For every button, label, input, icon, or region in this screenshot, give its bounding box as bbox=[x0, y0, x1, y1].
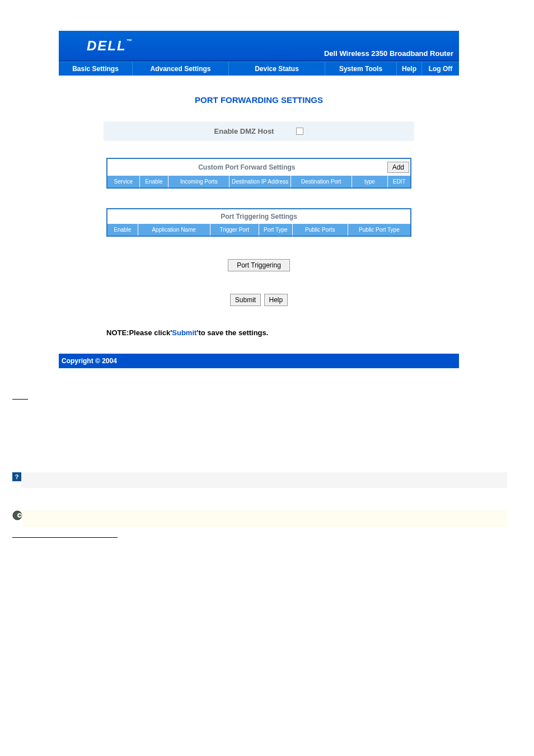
cpf-col-destination-ip: Destination IP Address bbox=[229, 176, 291, 187]
custom-port-forward-table: Custom Port Forward Settings Add Service… bbox=[106, 158, 411, 189]
nav-system-tools[interactable]: System Tools bbox=[325, 62, 397, 76]
cpf-col-destination-port: Destination Port bbox=[291, 176, 352, 187]
cpf-col-service: Service bbox=[107, 176, 140, 187]
pt-col-enable: Enable bbox=[107, 224, 138, 236]
dmz-section: Enable DMZ Host bbox=[104, 121, 414, 141]
cpf-col-incoming-ports: Incoming Ports bbox=[168, 176, 229, 187]
footer-copyright: Copyright © 2004 bbox=[59, 354, 459, 368]
port-triggering-button[interactable]: Port Triggering bbox=[228, 259, 290, 271]
nav-help[interactable]: Help bbox=[397, 62, 422, 76]
nav-log-off[interactable]: Log Off bbox=[422, 62, 459, 76]
notice-icon bbox=[12, 510, 22, 520]
cpf-col-type: type bbox=[352, 176, 388, 187]
pt-title: Port Triggering Settings bbox=[107, 209, 410, 224]
help-button[interactable]: Help bbox=[264, 294, 288, 306]
pt-col-port-type: Port Type bbox=[259, 224, 293, 236]
info-note-content bbox=[21, 472, 507, 488]
question-icon: ? bbox=[12, 472, 21, 481]
notice-content bbox=[22, 510, 507, 527]
pt-col-trigger-port: Trigger Port bbox=[210, 224, 259, 236]
port-triggering-table: Port Triggering Settings Enable Applicat… bbox=[106, 208, 411, 237]
header-bar: DELL™ Dell Wireless 2350 Broadband Route… bbox=[59, 31, 459, 62]
nav-advanced-settings[interactable]: Advanced Settings bbox=[133, 62, 229, 76]
underline-1 bbox=[12, 399, 28, 400]
pt-col-public-ports: Public Ports bbox=[293, 224, 348, 236]
dmz-label: Enable DMZ Host bbox=[214, 127, 274, 135]
product-name: Dell Wireless 2350 Broadband Router bbox=[324, 49, 453, 60]
nav-bar: Basic Settings Advanced Settings Device … bbox=[59, 62, 459, 76]
notice-box bbox=[12, 510, 507, 527]
pt-col-app-name: Application Name bbox=[138, 224, 210, 236]
dmz-checkbox[interactable] bbox=[296, 128, 303, 135]
cpf-col-enable: Enable bbox=[140, 176, 169, 187]
nav-basic-settings[interactable]: Basic Settings bbox=[59, 62, 133, 76]
add-button[interactable]: Add bbox=[387, 162, 409, 173]
nav-device-status[interactable]: Device Status bbox=[229, 62, 325, 76]
page-title: PORT FORWARDING SETTINGS bbox=[59, 95, 459, 105]
cpf-col-edit: EDIT bbox=[388, 176, 410, 187]
dell-logo: DELL™ bbox=[87, 38, 133, 54]
pt-col-public-port-type: Public Port Type bbox=[348, 224, 410, 236]
cpf-title: Custom Port Forward Settings bbox=[107, 159, 386, 176]
underline-2 bbox=[12, 537, 118, 538]
note-text: NOTE:Please click'Submit'to save the set… bbox=[106, 328, 459, 337]
info-note-box: ? bbox=[12, 472, 507, 488]
submit-button[interactable]: Submit bbox=[230, 294, 261, 306]
